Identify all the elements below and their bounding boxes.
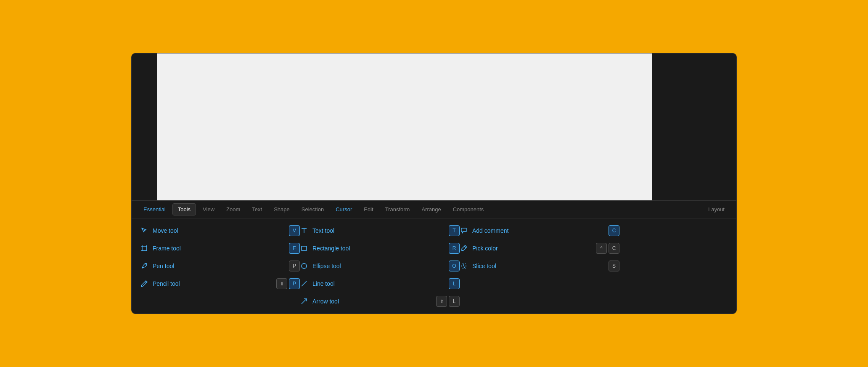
canvas-right xyxy=(652,53,736,200)
tab-zoom[interactable]: Zoom xyxy=(221,204,245,215)
svg-line-13 xyxy=(464,246,466,248)
tab-text[interactable]: Text xyxy=(247,204,267,215)
move-tool-keys: V xyxy=(289,225,300,236)
line-tool-label[interactable]: Line tool xyxy=(312,280,445,287)
comment-icon xyxy=(460,226,468,235)
rectangle-tool-label[interactable]: Rectangle tool xyxy=(312,245,445,252)
tool-row-pen: Pen tool P xyxy=(140,259,300,273)
tab-tools[interactable]: Tools xyxy=(172,203,196,215)
tool-row-comment: Add comment C xyxy=(460,223,619,238)
move-icon xyxy=(140,226,148,235)
frame-tool-label[interactable]: Frame tool xyxy=(153,245,285,252)
key-o: O xyxy=(449,261,460,271)
key-p-pencil: P xyxy=(289,278,300,289)
rectangle-icon xyxy=(300,244,308,253)
tool-row-ellipse: Ellipse tool O xyxy=(300,259,460,273)
frame-tool-keys: F xyxy=(289,243,300,254)
tool-row-text: Text tool T xyxy=(300,223,460,238)
text-tool-label[interactable]: Text tool xyxy=(312,227,445,234)
tool-row-pencil: Pencil tool ⇧ P xyxy=(140,277,300,291)
tab-shape[interactable]: Shape xyxy=(269,204,295,215)
tool-row-move: Move tool V xyxy=(140,223,300,238)
pen-tool-label[interactable]: Pen tool xyxy=(153,263,285,269)
tool-column-left: Move tool V Frame too xyxy=(140,223,300,308)
key-t: T xyxy=(449,225,460,236)
key-r: R xyxy=(449,243,460,254)
key-ctrl: ^ xyxy=(596,243,607,254)
tab-components[interactable]: Components xyxy=(448,204,489,215)
tool-row-arrow: Arrow tool ⇧ L xyxy=(300,294,460,308)
line-tool-keys: L xyxy=(449,278,460,289)
pencil-tool-keys: ⇧ P xyxy=(276,278,300,289)
move-tool-label[interactable]: Move tool xyxy=(153,227,285,234)
slice-tool-label[interactable]: Slice tool xyxy=(472,263,604,269)
ellipse-icon xyxy=(300,262,308,270)
key-l: L xyxy=(449,278,460,289)
toolbar-content: Move tool V Frame too xyxy=(132,218,736,314)
eyedropper-icon xyxy=(460,244,468,253)
tab-edit[interactable]: Edit xyxy=(359,204,378,215)
tab-cursor[interactable]: Cursor xyxy=(331,204,357,215)
svg-line-6 xyxy=(145,282,146,283)
canvas-main xyxy=(157,53,652,200)
arrow-tool-label[interactable]: Arrow tool xyxy=(312,298,432,305)
comment-tool-keys: C xyxy=(609,225,619,236)
tab-view[interactable]: View xyxy=(198,204,220,215)
tab-layout[interactable]: Layout xyxy=(703,204,730,215)
tool-row-pick-color: Pick color ^ C xyxy=(460,241,619,255)
tab-transform[interactable]: Transform xyxy=(380,204,415,215)
key-shift-arrow: ⇧ xyxy=(436,296,447,307)
slice-tool-keys: S xyxy=(609,261,619,271)
key-s: S xyxy=(609,261,619,271)
tool-column-middle: Text tool T Rectangle tool R xyxy=(300,223,460,308)
svg-rect-9 xyxy=(302,246,307,250)
key-c-pick: C xyxy=(609,243,619,254)
pencil-icon xyxy=(140,279,148,288)
tool-column-right: Add comment C Pick color xyxy=(460,223,619,308)
svg-line-11 xyxy=(302,281,307,286)
line-icon xyxy=(300,279,308,288)
svg-line-12 xyxy=(302,299,307,304)
ellipse-tool-label[interactable]: Ellipse tool xyxy=(312,263,445,269)
frame-icon xyxy=(140,244,148,253)
add-comment-label[interactable]: Add comment xyxy=(472,227,604,234)
svg-line-15 xyxy=(463,264,465,268)
key-l-arrow: L xyxy=(449,296,460,307)
key-shift-pencil: ⇧ xyxy=(276,278,287,289)
pick-color-keys: ^ C xyxy=(596,243,619,254)
text-icon xyxy=(300,226,308,235)
arrow-icon xyxy=(300,297,308,306)
pen-icon xyxy=(140,262,148,270)
key-v: V xyxy=(289,225,300,236)
svg-point-10 xyxy=(302,263,307,269)
rectangle-tool-keys: R xyxy=(449,243,460,254)
slice-icon xyxy=(460,262,468,270)
tab-essential[interactable]: Essential xyxy=(138,204,171,215)
tool-row-line: Line tool L xyxy=(300,277,460,291)
ellipse-tool-keys: O xyxy=(449,261,460,271)
pen-tool-keys: P xyxy=(289,261,300,271)
tool-row-rectangle: Rectangle tool R xyxy=(300,241,460,255)
app-window: Essential Tools View Zoom Text Shape Sel… xyxy=(131,53,737,314)
text-tool-keys: T xyxy=(449,225,460,236)
arrow-tool-keys: ⇧ L xyxy=(436,296,460,307)
key-c: C xyxy=(609,225,619,236)
toolbar: Essential Tools View Zoom Text Shape Sel… xyxy=(132,200,736,314)
key-f: F xyxy=(289,243,300,254)
tool-row-frame: Frame tool F xyxy=(140,241,300,255)
pencil-tool-label[interactable]: Pencil tool xyxy=(153,280,272,287)
toolbar-tabs: Essential Tools View Zoom Text Shape Sel… xyxy=(132,201,736,218)
tool-row-slice: Slice tool S xyxy=(460,259,619,273)
key-p: P xyxy=(289,261,300,271)
tab-arrange[interactable]: Arrange xyxy=(416,204,446,215)
canvas-area xyxy=(132,53,736,200)
canvas-left xyxy=(132,53,157,200)
tab-selection[interactable]: Selection xyxy=(296,204,329,215)
pick-color-label[interactable]: Pick color xyxy=(472,245,592,252)
